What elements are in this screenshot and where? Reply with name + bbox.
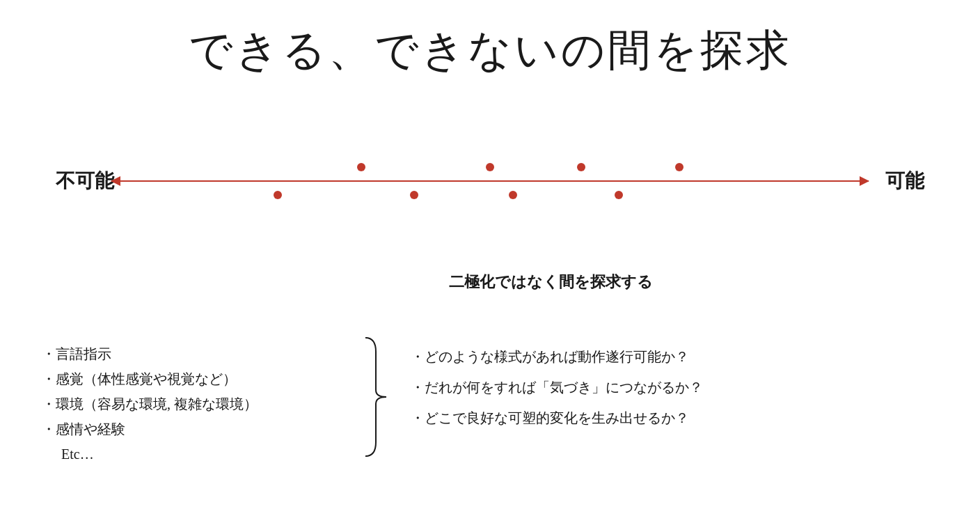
page-title: できる、できないの間を探求 — [0, 0, 980, 79]
dot-below-3 — [509, 191, 517, 199]
spectrum-arrow — [111, 180, 869, 182]
etc-label: Etc… — [61, 442, 348, 467]
spectrum-section: 不可能 可能 — [42, 153, 938, 209]
list-item: 感覚（体性感覚や視覚など） — [42, 366, 348, 391]
right-list-items: どのような様式があれば動作遂行可能か？ だれが何をすれば「気づき」につながるか？… — [411, 341, 938, 433]
page-container: できる、できないの間を探求 不可能 可能 — [0, 0, 980, 523]
spectrum-row: 不可能 可能 — [42, 153, 938, 209]
dot-below-2 — [410, 191, 418, 199]
brace-icon — [362, 334, 390, 460]
label-possible: 可能 — [885, 168, 924, 194]
brace — [355, 334, 397, 460]
bottom-section: 言語指示 感覚（体性感覚や視覚など） 環境（容易な環境, 複雑な環境） 感情や経… — [42, 341, 938, 467]
left-list-items: 言語指示 感覚（体性感覚や視覚など） 環境（容易な環境, 複雑な環境） 感情や経… — [42, 341, 348, 442]
left-list: 言語指示 感覚（体性感覚や視覚など） 環境（容易な環境, 複雑な環境） 感情や経… — [42, 341, 348, 467]
dot-above-2 — [486, 163, 494, 171]
right-list: どのような様式があれば動作遂行可能か？ だれが何をすれば「気づき」につながるか？… — [411, 341, 938, 433]
list-item: 感情や経験 — [42, 416, 348, 442]
list-item: 言語指示 — [42, 341, 348, 366]
label-impossible: 不可能 — [56, 168, 114, 194]
dot-above-4 — [675, 163, 683, 171]
spectrum-subtitle: 二極化ではなく間を探求する — [449, 272, 653, 292]
list-item: どこで良好な可塑的変化を生み出せるか？ — [411, 403, 938, 433]
list-item: どのような様式があれば動作遂行可能か？ — [411, 341, 938, 372]
dot-above-1 — [357, 163, 365, 171]
dot-above-3 — [577, 163, 585, 171]
dot-below-1 — [274, 191, 282, 199]
list-item: だれが何をすれば「気づき」につながるか？ — [411, 372, 938, 403]
list-item: 環境（容易な環境, 複雑な環境） — [42, 391, 348, 416]
dot-below-4 — [615, 191, 623, 199]
